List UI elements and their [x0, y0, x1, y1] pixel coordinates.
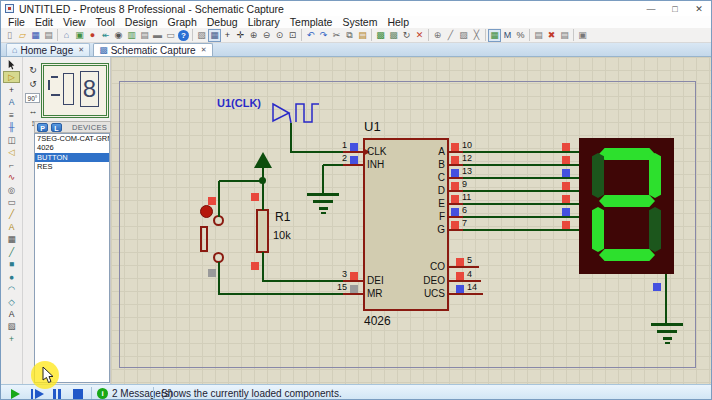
schematic-capture-mode-icon[interactable]: ▣: [73, 29, 86, 42]
library-button[interactable]: L: [51, 123, 62, 132]
new-sheet-icon[interactable]: ▬: [151, 29, 164, 42]
component-mode-icon[interactable]: ▷: [3, 71, 20, 83]
bill-of-materials-icon[interactable]: ▥: [125, 29, 138, 42]
open-design-icon[interactable]: ▱: [16, 29, 29, 42]
2d-text-mode-icon[interactable]: A: [3, 308, 20, 320]
wire[interactable]: [449, 164, 463, 166]
wire[interactable]: [463, 151, 579, 153]
cursor-snap-icon[interactable]: ✛: [234, 29, 247, 42]
buses-mode-icon[interactable]: ╫: [3, 121, 20, 133]
simulate-pause-button[interactable]: [53, 389, 62, 399]
remove-sheet-icon[interactable]: ▭: [164, 29, 177, 42]
packaging-tool-icon[interactable]: ▨: [457, 29, 470, 42]
ic-value-label[interactable]: 4026: [364, 314, 391, 328]
redraw-icon[interactable]: ▧: [195, 29, 208, 42]
device-list-item[interactable]: 7SEG-COM-CAT-GRN: [35, 134, 109, 143]
device-list-item[interactable]: RES: [35, 162, 109, 171]
undo-icon[interactable]: ↶: [304, 29, 317, 42]
wire[interactable]: [463, 177, 579, 179]
wire[interactable]: [219, 293, 345, 295]
paste-icon[interactable]: ▤: [356, 29, 369, 42]
new-design-icon[interactable]: ▯: [3, 29, 16, 42]
wire[interactable]: [463, 190, 579, 192]
generator-mode-icon[interactable]: ▭: [3, 196, 20, 208]
block-delete-icon[interactable]: ✕: [413, 29, 426, 42]
make-device-icon[interactable]: ╱: [444, 29, 457, 42]
menu-view[interactable]: View: [58, 16, 91, 28]
2d-path-mode-icon[interactable]: ◇: [3, 296, 20, 308]
push-button-lever[interactable]: [200, 226, 208, 252]
schematic-canvas[interactable]: U1(CLK) R1 10k U1 4026 1CLK2INH3DEI15MR1…: [111, 57, 712, 384]
rotation-angle-field[interactable]: 90°: [25, 93, 40, 103]
wire[interactable]: [449, 190, 463, 192]
ground-symbol[interactable]: [651, 323, 683, 326]
minimize-button[interactable]: —: [639, 1, 663, 16]
simulate-stop-button[interactable]: [73, 389, 83, 399]
cut-icon[interactable]: ✂: [330, 29, 343, 42]
origin-icon[interactable]: +: [221, 29, 234, 42]
maximize-button[interactable]: □: [663, 1, 687, 16]
zoom-in-icon[interactable]: ⊕: [247, 29, 260, 42]
toggle-grid-icon[interactable]: ▦: [208, 29, 221, 42]
wire[interactable]: [219, 180, 264, 182]
wire[interactable]: [463, 216, 579, 218]
redo-icon[interactable]: ↷: [317, 29, 330, 42]
clock-generator-label[interactable]: U1(CLK): [217, 97, 261, 109]
design-explorer-icon[interactable]: ▤: [138, 29, 151, 42]
wire[interactable]: [343, 164, 363, 166]
resistor-value-label[interactable]: 10k: [273, 229, 291, 241]
wire[interactable]: [449, 203, 463, 205]
menu-file[interactable]: File: [3, 16, 30, 28]
zoom-out-icon[interactable]: ⊖: [260, 29, 273, 42]
tab-close-icon[interactable]: ✕: [78, 46, 84, 54]
tab-home-page[interactable]: ⌂ Home Page ✕: [6, 43, 90, 56]
2d-box-mode-icon[interactable]: ■: [3, 258, 20, 270]
push-button-cap[interactable]: [200, 205, 213, 218]
clock-generator-icon[interactable]: [266, 97, 326, 127]
property-assignment-icon[interactable]: %: [514, 29, 527, 42]
2d-line-mode-icon[interactable]: ╱: [3, 246, 20, 258]
wire-autorouter-icon[interactable]: ▦: [488, 29, 501, 42]
pick-parts-icon[interactable]: ⊕: [431, 29, 444, 42]
pcb-layout-icon[interactable]: ●: [86, 29, 99, 42]
wire[interactable]: [449, 177, 463, 179]
wire[interactable]: [218, 262, 220, 295]
back-annotate-icon[interactable]: ↞: [99, 29, 112, 42]
rotate-clockwise-icon[interactable]: ↻: [26, 64, 40, 76]
3d-viewer-icon[interactable]: ◉: [112, 29, 125, 42]
virtual-instruments-mode-icon[interactable]: ▦: [3, 233, 20, 245]
resistor-ref-label[interactable]: R1: [275, 210, 290, 224]
pick-devices-button[interactable]: P: [37, 123, 48, 132]
wire[interactable]: [449, 216, 463, 218]
block-copy-icon[interactable]: ▩: [374, 29, 387, 42]
subcircuit-mode-icon[interactable]: ◫: [3, 134, 20, 146]
wire[interactable]: [449, 293, 483, 295]
schematic-overview-preview[interactable]: 8: [41, 63, 109, 118]
2d-circle-mode-icon[interactable]: ●: [3, 271, 20, 283]
voltage-probe-mode-icon[interactable]: ╱: [3, 208, 20, 220]
block-rotate-icon[interactable]: ↻: [400, 29, 413, 42]
graph-mode-icon[interactable]: ∿: [3, 171, 20, 183]
wire[interactable]: [323, 164, 345, 166]
wire[interactable]: [463, 229, 579, 231]
device-list-item[interactable]: 4026: [35, 143, 109, 152]
power-terminal[interactable]: [254, 152, 272, 168]
device-list-item[interactable]: BUTTON: [35, 153, 109, 162]
current-probe-mode-icon[interactable]: A: [3, 221, 20, 233]
zoom-all-icon[interactable]: ⊙: [273, 29, 286, 42]
terminal-mode-icon[interactable]: ◁: [3, 146, 20, 158]
mirror-horizontal-icon[interactable]: ↔: [26, 105, 40, 117]
wire[interactable]: [449, 151, 463, 153]
menu-debug[interactable]: Debug: [202, 16, 243, 28]
wire[interactable]: [463, 203, 579, 205]
tape-recorder-mode-icon[interactable]: ◎: [3, 184, 20, 196]
wire[interactable]: [343, 293, 363, 295]
info-icon[interactable]: i: [97, 388, 108, 399]
tab-schematic-capture[interactable]: ▩ Schematic Capture ✕: [93, 43, 212, 56]
seven-segment-display[interactable]: [579, 138, 674, 274]
design-sheet-icon[interactable]: ▤: [532, 29, 545, 42]
menu-system[interactable]: System: [337, 16, 382, 28]
wire[interactable]: [290, 123, 292, 153]
device-pins-mode-icon[interactable]: ⌐: [3, 159, 20, 171]
rotate-anticlockwise-icon[interactable]: ↺: [26, 78, 40, 90]
